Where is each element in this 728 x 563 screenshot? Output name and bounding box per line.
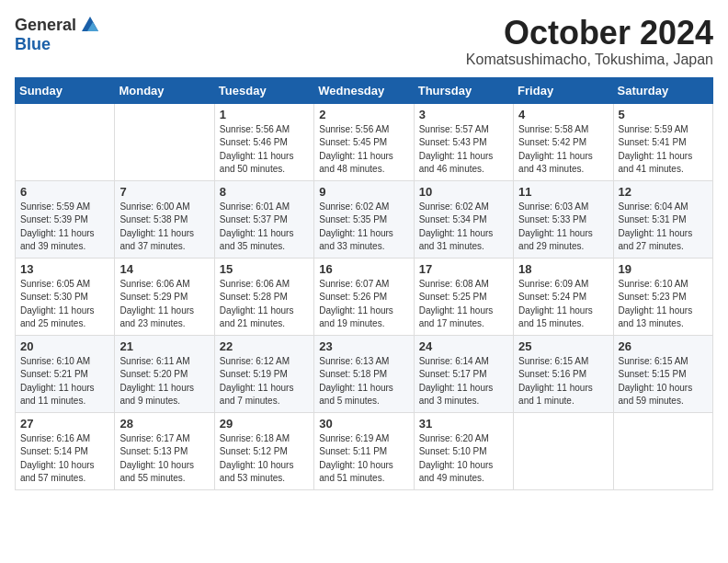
day-info: Sunrise: 6:09 AM Sunset: 5:24 PM Dayligh… bbox=[518, 278, 608, 331]
calendar-cell: 23Sunrise: 6:13 AM Sunset: 5:18 PM Dayli… bbox=[314, 335, 414, 412]
day-info: Sunrise: 5:59 AM Sunset: 5:39 PM Dayligh… bbox=[20, 201, 109, 254]
logo-general-text: General bbox=[15, 16, 76, 35]
day-number: 7 bbox=[119, 185, 209, 199]
day-info: Sunrise: 6:15 AM Sunset: 5:15 PM Dayligh… bbox=[619, 355, 708, 408]
day-info: Sunrise: 6:07 AM Sunset: 5:26 PM Dayligh… bbox=[319, 278, 408, 331]
day-number: 4 bbox=[518, 108, 608, 121]
day-info: Sunrise: 5:56 AM Sunset: 5:45 PM Dayligh… bbox=[319, 123, 408, 177]
day-info: Sunrise: 6:01 AM Sunset: 5:37 PM Dayligh… bbox=[220, 201, 309, 254]
day-header-thursday: Thursday bbox=[414, 77, 513, 103]
logo-blue-text: Blue bbox=[15, 35, 51, 54]
day-header-tuesday: Tuesday bbox=[214, 77, 313, 103]
month-title: October 2024 bbox=[466, 15, 713, 52]
calendar-cell: 9Sunrise: 6:02 AM Sunset: 5:35 PM Daylig… bbox=[314, 180, 414, 258]
day-number: 12 bbox=[619, 185, 708, 199]
calendar-cell: 22Sunrise: 6:12 AM Sunset: 5:19 PM Dayli… bbox=[214, 335, 313, 412]
calendar-cell: 2Sunrise: 5:56 AM Sunset: 5:45 PM Daylig… bbox=[314, 103, 414, 180]
calendar-cell: 21Sunrise: 6:11 AM Sunset: 5:20 PM Dayli… bbox=[115, 335, 214, 412]
location-text: Komatsushimacho, Tokushima, Japan bbox=[466, 52, 713, 68]
title-area: October 2024 Komatsushimacho, Tokushima,… bbox=[466, 15, 713, 68]
day-number: 26 bbox=[619, 339, 708, 353]
day-info: Sunrise: 6:20 AM Sunset: 5:10 PM Dayligh… bbox=[419, 432, 508, 486]
day-info: Sunrise: 6:13 AM Sunset: 5:18 PM Dayligh… bbox=[319, 355, 408, 408]
day-info: Sunrise: 6:10 AM Sunset: 5:23 PM Dayligh… bbox=[619, 278, 708, 331]
calendar-week-row: 13Sunrise: 6:05 AM Sunset: 5:30 PM Dayli… bbox=[16, 258, 713, 335]
day-info: Sunrise: 6:19 AM Sunset: 5:11 PM Dayligh… bbox=[319, 432, 408, 486]
day-header-friday: Friday bbox=[514, 77, 613, 103]
calendar-cell: 15Sunrise: 6:06 AM Sunset: 5:28 PM Dayli… bbox=[214, 258, 313, 335]
day-header-monday: Monday bbox=[115, 77, 214, 103]
day-info: Sunrise: 6:04 AM Sunset: 5:31 PM Dayligh… bbox=[619, 201, 708, 254]
day-info: Sunrise: 5:59 AM Sunset: 5:41 PM Dayligh… bbox=[619, 123, 708, 177]
day-number: 27 bbox=[20, 417, 109, 431]
day-number: 21 bbox=[119, 339, 209, 353]
day-number: 31 bbox=[419, 417, 508, 431]
day-number: 14 bbox=[119, 262, 209, 276]
day-number: 15 bbox=[220, 262, 309, 276]
day-header-saturday: Saturday bbox=[613, 77, 712, 103]
day-number: 6 bbox=[20, 185, 109, 199]
calendar-cell: 16Sunrise: 6:07 AM Sunset: 5:26 PM Dayli… bbox=[314, 258, 414, 335]
day-number: 25 bbox=[518, 339, 608, 353]
day-number: 23 bbox=[319, 339, 408, 353]
day-info: Sunrise: 6:18 AM Sunset: 5:12 PM Dayligh… bbox=[220, 432, 309, 486]
calendar-week-row: 1Sunrise: 5:56 AM Sunset: 5:46 PM Daylig… bbox=[16, 103, 713, 180]
calendar-cell: 8Sunrise: 6:01 AM Sunset: 5:37 PM Daylig… bbox=[214, 180, 313, 258]
day-info: Sunrise: 6:02 AM Sunset: 5:34 PM Dayligh… bbox=[419, 201, 508, 254]
day-number: 29 bbox=[220, 417, 309, 431]
day-number: 9 bbox=[319, 185, 408, 199]
day-info: Sunrise: 6:12 AM Sunset: 5:19 PM Dayligh… bbox=[220, 355, 309, 408]
calendar-cell: 30Sunrise: 6:19 AM Sunset: 5:11 PM Dayli… bbox=[314, 412, 414, 489]
day-number: 1 bbox=[220, 108, 309, 121]
day-number: 11 bbox=[518, 185, 608, 199]
day-number: 30 bbox=[319, 417, 408, 431]
calendar-cell: 28Sunrise: 6:17 AM Sunset: 5:13 PM Dayli… bbox=[115, 412, 214, 489]
day-number: 18 bbox=[518, 262, 608, 276]
calendar-cell bbox=[16, 103, 115, 180]
day-number: 28 bbox=[119, 417, 209, 431]
logo-icon bbox=[80, 15, 100, 35]
calendar-cell: 31Sunrise: 6:20 AM Sunset: 5:10 PM Dayli… bbox=[414, 412, 513, 489]
day-number: 16 bbox=[319, 262, 408, 276]
page-header: General Blue October 2024 Komatsushimach… bbox=[15, 15, 713, 68]
calendar-cell: 18Sunrise: 6:09 AM Sunset: 5:24 PM Dayli… bbox=[514, 258, 613, 335]
day-header-wednesday: Wednesday bbox=[314, 77, 414, 103]
day-info: Sunrise: 6:00 AM Sunset: 5:38 PM Dayligh… bbox=[119, 201, 209, 254]
day-number: 20 bbox=[20, 339, 109, 353]
calendar-cell bbox=[613, 412, 712, 489]
calendar-cell: 5Sunrise: 5:59 AM Sunset: 5:41 PM Daylig… bbox=[613, 103, 712, 180]
calendar-cell: 11Sunrise: 6:03 AM Sunset: 5:33 PM Dayli… bbox=[514, 180, 613, 258]
day-info: Sunrise: 6:17 AM Sunset: 5:13 PM Dayligh… bbox=[119, 432, 209, 486]
day-info: Sunrise: 6:08 AM Sunset: 5:25 PM Dayligh… bbox=[419, 278, 508, 331]
calendar-cell: 10Sunrise: 6:02 AM Sunset: 5:34 PM Dayli… bbox=[414, 180, 513, 258]
day-info: Sunrise: 5:58 AM Sunset: 5:42 PM Dayligh… bbox=[518, 123, 608, 177]
day-info: Sunrise: 6:15 AM Sunset: 5:16 PM Dayligh… bbox=[518, 355, 608, 408]
calendar-cell: 1Sunrise: 5:56 AM Sunset: 5:46 PM Daylig… bbox=[214, 103, 313, 180]
logo: General Blue bbox=[15, 15, 100, 54]
calendar-header-row: SundayMondayTuesdayWednesdayThursdayFrid… bbox=[16, 77, 713, 103]
calendar-table: SundayMondayTuesdayWednesdayThursdayFrid… bbox=[15, 77, 713, 490]
day-number: 8 bbox=[220, 185, 309, 199]
day-number: 17 bbox=[419, 262, 508, 276]
day-info: Sunrise: 6:03 AM Sunset: 5:33 PM Dayligh… bbox=[518, 201, 608, 254]
calendar-cell: 4Sunrise: 5:58 AM Sunset: 5:42 PM Daylig… bbox=[514, 103, 613, 180]
calendar-cell: 12Sunrise: 6:04 AM Sunset: 5:31 PM Dayli… bbox=[613, 180, 712, 258]
calendar-cell: 24Sunrise: 6:14 AM Sunset: 5:17 PM Dayli… bbox=[414, 335, 513, 412]
calendar-cell bbox=[514, 412, 613, 489]
calendar-cell: 19Sunrise: 6:10 AM Sunset: 5:23 PM Dayli… bbox=[613, 258, 712, 335]
day-info: Sunrise: 6:10 AM Sunset: 5:21 PM Dayligh… bbox=[20, 355, 109, 408]
day-info: Sunrise: 6:05 AM Sunset: 5:30 PM Dayligh… bbox=[20, 278, 109, 331]
day-number: 2 bbox=[319, 108, 408, 121]
calendar-cell: 20Sunrise: 6:10 AM Sunset: 5:21 PM Dayli… bbox=[16, 335, 115, 412]
calendar-cell: 13Sunrise: 6:05 AM Sunset: 5:30 PM Dayli… bbox=[16, 258, 115, 335]
calendar-week-row: 6Sunrise: 5:59 AM Sunset: 5:39 PM Daylig… bbox=[16, 180, 713, 258]
calendar-cell: 27Sunrise: 6:16 AM Sunset: 5:14 PM Dayli… bbox=[16, 412, 115, 489]
day-number: 24 bbox=[419, 339, 508, 353]
day-header-sunday: Sunday bbox=[16, 77, 115, 103]
day-info: Sunrise: 6:06 AM Sunset: 5:29 PM Dayligh… bbox=[119, 278, 209, 331]
calendar-week-row: 27Sunrise: 6:16 AM Sunset: 5:14 PM Dayli… bbox=[16, 412, 713, 489]
calendar-cell: 6Sunrise: 5:59 AM Sunset: 5:39 PM Daylig… bbox=[16, 180, 115, 258]
day-number: 3 bbox=[419, 108, 508, 121]
day-info: Sunrise: 6:06 AM Sunset: 5:28 PM Dayligh… bbox=[220, 278, 309, 331]
calendar-cell: 3Sunrise: 5:57 AM Sunset: 5:43 PM Daylig… bbox=[414, 103, 513, 180]
